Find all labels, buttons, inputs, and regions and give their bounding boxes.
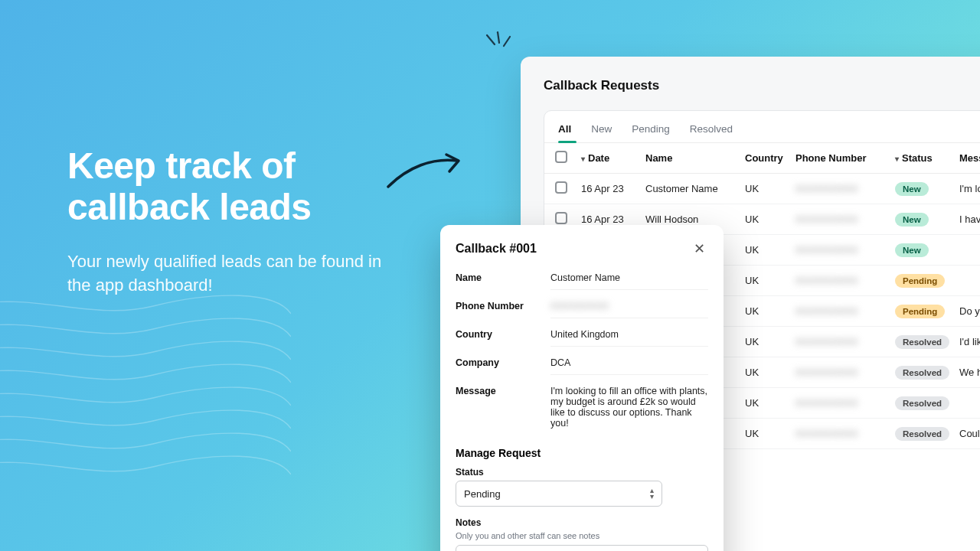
field-country-label: Country	[456, 326, 540, 347]
cell-phone: 0000000000	[795, 428, 895, 439]
svg-line-0	[487, 35, 495, 44]
cell-message: I'm look	[959, 183, 980, 194]
select-arrows-icon: ▴▾	[650, 487, 654, 500]
col-status[interactable]: Status	[895, 152, 959, 164]
field-phone-label: Phone Number	[456, 298, 540, 318]
cell-status: Resolved	[895, 366, 959, 380]
cell-date: 16 Apr 23	[581, 214, 645, 225]
cell-message: Could s	[959, 428, 980, 439]
close-icon[interactable]: ✕	[691, 239, 708, 259]
field-company-label: Company	[456, 354, 540, 375]
table-row[interactable]: 16 Apr 23Customer NameUK0000000000NewI'm…	[544, 174, 980, 204]
notes-textarea[interactable]	[456, 545, 708, 551]
cell-status: Resolved	[895, 396, 959, 410]
cell-date: 16 Apr 23	[581, 183, 645, 194]
hero-title: Keep track of callback leads	[67, 145, 404, 228]
cell-country: UK	[745, 275, 795, 286]
cell-name: Will Hodson	[645, 214, 745, 225]
col-phone[interactable]: Phone Number	[795, 152, 895, 164]
col-message[interactable]: Messa	[959, 152, 980, 164]
cell-message: I'd like t	[959, 336, 980, 347]
table-header: Date Name Country Phone Number Status Me…	[544, 143, 980, 174]
field-message-value: I'm looking to fill an office with plant…	[550, 383, 708, 435]
cell-message: We hav	[959, 367, 980, 378]
cell-phone: 0000000000	[795, 305, 895, 317]
modal-title: Callback #001	[456, 242, 537, 256]
tabs: All New Pending Resolved	[544, 111, 980, 143]
cell-message: I have a	[959, 214, 980, 225]
notes-label: Notes	[456, 517, 708, 528]
svg-line-1	[498, 32, 499, 43]
cell-phone: 0000000000	[795, 275, 895, 286]
manage-heading: Manage Request	[456, 447, 708, 459]
cell-status: New	[895, 182, 959, 196]
field-phone-value: 0000000000	[550, 298, 708, 318]
select-all-checkbox[interactable]	[555, 151, 567, 163]
field-company-value: DCA	[550, 354, 708, 375]
cell-phone: 0000000000	[795, 336, 895, 347]
cell-status: Resolved	[895, 335, 959, 349]
cell-status: New	[895, 213, 959, 227]
status-label: Status	[456, 467, 708, 478]
cell-country: UK	[745, 183, 795, 194]
col-name[interactable]: Name	[645, 152, 745, 164]
svg-line-2	[504, 37, 510, 46]
cell-phone: 0000000000	[795, 244, 895, 256]
notes-hint: Only you and other staff can see notes	[456, 531, 708, 540]
field-name-value: Customer Name	[550, 269, 708, 290]
cell-country: UK	[745, 244, 795, 256]
tab-pending[interactable]: Pending	[632, 123, 670, 142]
status-select-value: Pending	[464, 488, 501, 500]
detail-fields: Name Customer Name Phone Number 00000000…	[456, 269, 708, 435]
col-country[interactable]: Country	[745, 152, 795, 164]
cell-country: UK	[745, 214, 795, 225]
cell-status: Pending	[895, 305, 959, 318]
tab-new[interactable]: New	[591, 123, 612, 142]
spark-icon	[481, 31, 514, 61]
cell-country: UK	[745, 336, 795, 347]
cell-country: UK	[745, 305, 795, 317]
cell-message: Do you	[959, 305, 980, 317]
cell-phone: 0000000000	[795, 397, 895, 409]
status-select[interactable]: Pending ▴▾	[456, 481, 662, 507]
cell-phone: 0000000000	[795, 183, 895, 194]
tab-resolved[interactable]: Resolved	[690, 123, 733, 142]
cell-name: Customer Name	[645, 183, 745, 194]
callback-detail-modal: Callback #001 ✕ Name Customer Name Phone…	[440, 225, 724, 551]
col-date[interactable]: Date	[581, 152, 645, 164]
row-checkbox[interactable]	[555, 181, 567, 194]
cell-country: UK	[745, 428, 795, 439]
dashboard-title: Callback Requests	[544, 78, 980, 93]
decorative-waves	[0, 291, 291, 520]
manage-request-section: Manage Request Status Pending ▴▾ Notes O…	[456, 447, 708, 551]
cell-status: New	[895, 243, 959, 257]
cell-phone: 0000000000	[795, 367, 895, 378]
cell-country: UK	[745, 397, 795, 409]
tab-all[interactable]: All	[558, 123, 571, 142]
cell-status: Pending	[895, 274, 959, 288]
field-name-label: Name	[456, 269, 540, 290]
row-checkbox[interactable]	[555, 212, 567, 224]
hero: Keep track of callback leads Your newly …	[67, 145, 404, 298]
hero-subtitle: Your newly qualified leads can be found …	[67, 249, 404, 298]
field-message-label: Message	[456, 383, 540, 435]
cell-status: Resolved	[895, 427, 959, 441]
cell-country: UK	[745, 367, 795, 378]
cell-phone: 0000000000	[795, 214, 895, 225]
field-country-value: United Kingdom	[550, 326, 708, 347]
